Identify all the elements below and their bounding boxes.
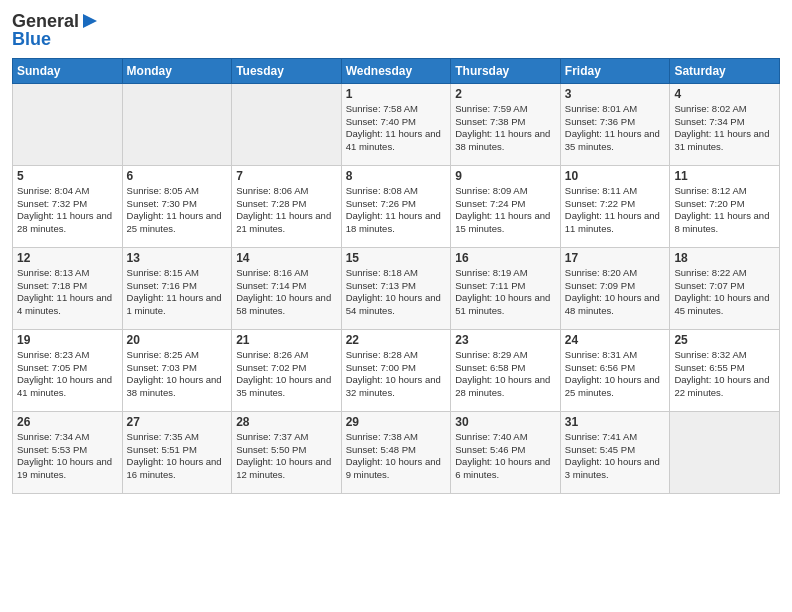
calendar-cell: 18Sunrise: 8:22 AM Sunset: 7:07 PM Dayli… <box>670 247 780 329</box>
page-container: General Blue SundayMondayTuesdayWednesda… <box>0 0 792 502</box>
calendar-cell: 30Sunrise: 7:40 AM Sunset: 5:46 PM Dayli… <box>451 411 561 493</box>
calendar-cell: 23Sunrise: 8:29 AM Sunset: 6:58 PM Dayli… <box>451 329 561 411</box>
day-number: 22 <box>346 333 447 347</box>
logo-arrow-icon <box>81 12 99 30</box>
weekday-header-friday: Friday <box>560 58 670 83</box>
day-info: Sunrise: 8:01 AM Sunset: 7:36 PM Dayligh… <box>565 103 666 154</box>
calendar-cell: 19Sunrise: 8:23 AM Sunset: 7:05 PM Dayli… <box>13 329 123 411</box>
day-number: 16 <box>455 251 556 265</box>
day-number: 10 <box>565 169 666 183</box>
day-info: Sunrise: 7:35 AM Sunset: 5:51 PM Dayligh… <box>127 431 228 482</box>
day-info: Sunrise: 8:25 AM Sunset: 7:03 PM Dayligh… <box>127 349 228 400</box>
day-info: Sunrise: 8:18 AM Sunset: 7:13 PM Dayligh… <box>346 267 447 318</box>
weekday-header-monday: Monday <box>122 58 232 83</box>
calendar-table: SundayMondayTuesdayWednesdayThursdayFrid… <box>12 58 780 494</box>
calendar-cell: 29Sunrise: 7:38 AM Sunset: 5:48 PM Dayli… <box>341 411 451 493</box>
calendar-cell: 6Sunrise: 8:05 AM Sunset: 7:30 PM Daylig… <box>122 165 232 247</box>
calendar-header-row: SundayMondayTuesdayWednesdayThursdayFrid… <box>13 58 780 83</box>
calendar-cell <box>13 83 123 165</box>
calendar-cell: 17Sunrise: 8:20 AM Sunset: 7:09 PM Dayli… <box>560 247 670 329</box>
calendar-cell: 24Sunrise: 8:31 AM Sunset: 6:56 PM Dayli… <box>560 329 670 411</box>
day-info: Sunrise: 8:31 AM Sunset: 6:56 PM Dayligh… <box>565 349 666 400</box>
day-number: 9 <box>455 169 556 183</box>
calendar-week-row: 26Sunrise: 7:34 AM Sunset: 5:53 PM Dayli… <box>13 411 780 493</box>
calendar-cell: 1Sunrise: 7:58 AM Sunset: 7:40 PM Daylig… <box>341 83 451 165</box>
weekday-header-sunday: Sunday <box>13 58 123 83</box>
day-info: Sunrise: 7:37 AM Sunset: 5:50 PM Dayligh… <box>236 431 337 482</box>
calendar-cell: 2Sunrise: 7:59 AM Sunset: 7:38 PM Daylig… <box>451 83 561 165</box>
calendar-week-row: 5Sunrise: 8:04 AM Sunset: 7:32 PM Daylig… <box>13 165 780 247</box>
calendar-cell: 10Sunrise: 8:11 AM Sunset: 7:22 PM Dayli… <box>560 165 670 247</box>
day-number: 30 <box>455 415 556 429</box>
day-number: 31 <box>565 415 666 429</box>
calendar-cell <box>232 83 342 165</box>
day-number: 25 <box>674 333 775 347</box>
calendar-cell: 3Sunrise: 8:01 AM Sunset: 7:36 PM Daylig… <box>560 83 670 165</box>
calendar-cell: 27Sunrise: 7:35 AM Sunset: 5:51 PM Dayli… <box>122 411 232 493</box>
day-number: 11 <box>674 169 775 183</box>
calendar-cell: 20Sunrise: 8:25 AM Sunset: 7:03 PM Dayli… <box>122 329 232 411</box>
day-number: 4 <box>674 87 775 101</box>
calendar-cell: 22Sunrise: 8:28 AM Sunset: 7:00 PM Dayli… <box>341 329 451 411</box>
day-number: 26 <box>17 415 118 429</box>
calendar-cell: 16Sunrise: 8:19 AM Sunset: 7:11 PM Dayli… <box>451 247 561 329</box>
day-info: Sunrise: 8:22 AM Sunset: 7:07 PM Dayligh… <box>674 267 775 318</box>
day-number: 7 <box>236 169 337 183</box>
day-number: 14 <box>236 251 337 265</box>
day-info: Sunrise: 8:04 AM Sunset: 7:32 PM Dayligh… <box>17 185 118 236</box>
calendar-cell: 15Sunrise: 8:18 AM Sunset: 7:13 PM Dayli… <box>341 247 451 329</box>
day-info: Sunrise: 7:40 AM Sunset: 5:46 PM Dayligh… <box>455 431 556 482</box>
calendar-body: 1Sunrise: 7:58 AM Sunset: 7:40 PM Daylig… <box>13 83 780 493</box>
calendar-cell: 13Sunrise: 8:15 AM Sunset: 7:16 PM Dayli… <box>122 247 232 329</box>
calendar-cell: 11Sunrise: 8:12 AM Sunset: 7:20 PM Dayli… <box>670 165 780 247</box>
day-info: Sunrise: 8:26 AM Sunset: 7:02 PM Dayligh… <box>236 349 337 400</box>
weekday-header-thursday: Thursday <box>451 58 561 83</box>
day-number: 13 <box>127 251 228 265</box>
day-info: Sunrise: 8:28 AM Sunset: 7:00 PM Dayligh… <box>346 349 447 400</box>
calendar-cell: 26Sunrise: 7:34 AM Sunset: 5:53 PM Dayli… <box>13 411 123 493</box>
day-number: 20 <box>127 333 228 347</box>
day-number: 6 <box>127 169 228 183</box>
day-info: Sunrise: 7:41 AM Sunset: 5:45 PM Dayligh… <box>565 431 666 482</box>
calendar-cell: 14Sunrise: 8:16 AM Sunset: 7:14 PM Dayli… <box>232 247 342 329</box>
calendar-cell: 5Sunrise: 8:04 AM Sunset: 7:32 PM Daylig… <box>13 165 123 247</box>
day-info: Sunrise: 8:05 AM Sunset: 7:30 PM Dayligh… <box>127 185 228 236</box>
day-number: 28 <box>236 415 337 429</box>
calendar-cell: 4Sunrise: 8:02 AM Sunset: 7:34 PM Daylig… <box>670 83 780 165</box>
weekday-header-wednesday: Wednesday <box>341 58 451 83</box>
day-info: Sunrise: 8:23 AM Sunset: 7:05 PM Dayligh… <box>17 349 118 400</box>
day-number: 1 <box>346 87 447 101</box>
day-number: 24 <box>565 333 666 347</box>
calendar-cell: 21Sunrise: 8:26 AM Sunset: 7:02 PM Dayli… <box>232 329 342 411</box>
calendar-week-row: 12Sunrise: 8:13 AM Sunset: 7:18 PM Dayli… <box>13 247 780 329</box>
calendar-cell: 8Sunrise: 8:08 AM Sunset: 7:26 PM Daylig… <box>341 165 451 247</box>
day-info: Sunrise: 8:12 AM Sunset: 7:20 PM Dayligh… <box>674 185 775 236</box>
day-info: Sunrise: 7:34 AM Sunset: 5:53 PM Dayligh… <box>17 431 118 482</box>
header: General Blue <box>12 10 780 50</box>
day-info: Sunrise: 8:19 AM Sunset: 7:11 PM Dayligh… <box>455 267 556 318</box>
day-info: Sunrise: 8:16 AM Sunset: 7:14 PM Dayligh… <box>236 267 337 318</box>
day-number: 3 <box>565 87 666 101</box>
day-number: 21 <box>236 333 337 347</box>
day-number: 29 <box>346 415 447 429</box>
calendar-cell: 31Sunrise: 7:41 AM Sunset: 5:45 PM Dayli… <box>560 411 670 493</box>
calendar-cell <box>670 411 780 493</box>
logo-blue: Blue <box>12 30 51 50</box>
calendar-cell: 25Sunrise: 8:32 AM Sunset: 6:55 PM Dayli… <box>670 329 780 411</box>
day-info: Sunrise: 8:11 AM Sunset: 7:22 PM Dayligh… <box>565 185 666 236</box>
day-info: Sunrise: 8:02 AM Sunset: 7:34 PM Dayligh… <box>674 103 775 154</box>
day-number: 12 <box>17 251 118 265</box>
day-info: Sunrise: 8:06 AM Sunset: 7:28 PM Dayligh… <box>236 185 337 236</box>
day-info: Sunrise: 8:32 AM Sunset: 6:55 PM Dayligh… <box>674 349 775 400</box>
day-number: 5 <box>17 169 118 183</box>
calendar-cell: 12Sunrise: 8:13 AM Sunset: 7:18 PM Dayli… <box>13 247 123 329</box>
calendar-cell <box>122 83 232 165</box>
day-info: Sunrise: 7:38 AM Sunset: 5:48 PM Dayligh… <box>346 431 447 482</box>
day-info: Sunrise: 8:29 AM Sunset: 6:58 PM Dayligh… <box>455 349 556 400</box>
weekday-header-tuesday: Tuesday <box>232 58 342 83</box>
day-number: 23 <box>455 333 556 347</box>
day-info: Sunrise: 7:59 AM Sunset: 7:38 PM Dayligh… <box>455 103 556 154</box>
logo: General Blue <box>12 10 99 50</box>
day-number: 19 <box>17 333 118 347</box>
day-number: 18 <box>674 251 775 265</box>
